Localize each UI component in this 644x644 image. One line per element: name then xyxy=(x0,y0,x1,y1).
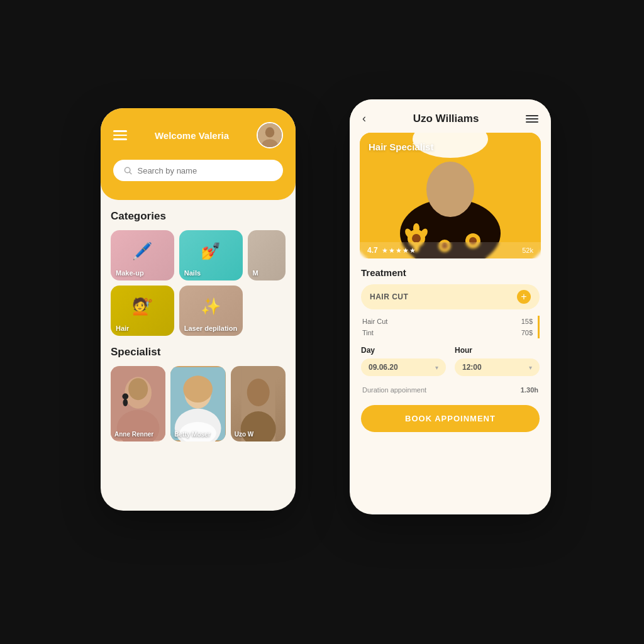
stars: ★ ★ ★ ★ ★ xyxy=(382,247,416,255)
day-picker[interactable]: 09.06.20 ▾ xyxy=(361,358,446,376)
hair-specialist-badge: Hair Specialist xyxy=(369,142,433,152)
price-name-haircut: Hair Cut xyxy=(362,318,387,325)
svg-point-10 xyxy=(123,399,128,406)
specialist-hero: Hair Specialist 4.7 ★ ★ ★ ★ ★ 52k xyxy=(360,133,541,258)
phone2-title: Uzo Williams xyxy=(413,113,479,125)
duration-value: 1.30h xyxy=(521,386,538,394)
day-hour-row: Day 09.06.20 ▾ Hour 12:00 ▾ xyxy=(361,346,540,376)
specialist-betty[interactable]: Betty Moser xyxy=(170,366,225,441)
categories-grid: 🖊️ Make-up 💅 Nails M xyxy=(111,230,286,336)
star-2: ★ xyxy=(389,247,395,255)
search-input[interactable] xyxy=(137,166,273,175)
phone2-header: ‹ Uzo Williams xyxy=(350,99,551,133)
phone1-header: Welcome Valeria xyxy=(101,108,296,200)
svg-point-18 xyxy=(247,379,269,406)
price-name-tint: Tint xyxy=(362,329,374,336)
laser-icon: ✨ xyxy=(186,291,236,322)
svg-point-22 xyxy=(426,162,474,217)
phone1-body: Categories 🖊️ Make-up 💅 Nails xyxy=(101,200,296,441)
hour-value: 12:00 xyxy=(462,363,482,372)
scene: Welcome Valeria Categories xyxy=(0,0,644,644)
treatment-pill-text: HAIR CUT xyxy=(370,292,408,301)
specialist-label-betty: Betty Moser xyxy=(174,431,221,438)
phone2-body: Treatment HAIR CUT + Hair Cut 15$ Tint 7… xyxy=(350,258,551,514)
price-list: Hair Cut 15$ Tint 70$ xyxy=(361,316,540,338)
rating-number: 4.7 xyxy=(367,246,378,255)
price-row-haircut: Hair Cut 15$ xyxy=(362,316,536,327)
makeup-icon: 🖊️ xyxy=(117,235,168,267)
hamburger-icon[interactable] xyxy=(113,130,127,140)
category-laser[interactable]: ✨ Laser depilation xyxy=(179,286,243,336)
specialist-uzo[interactable]: Uzo W xyxy=(231,366,286,441)
treatment-label: Treatment xyxy=(361,267,540,278)
hair-icon: 💇 xyxy=(117,291,168,322)
hour-label: Hour xyxy=(455,346,540,355)
svg-point-9 xyxy=(122,394,128,400)
star-1: ★ xyxy=(382,247,388,255)
category-label-nails: Nails xyxy=(184,269,201,277)
rating-bar: 4.7 ★ ★ ★ ★ ★ 52k xyxy=(360,242,541,258)
day-label: Day xyxy=(361,346,446,355)
day-chevron-icon: ▾ xyxy=(435,364,438,371)
back-button[interactable]: ‹ xyxy=(362,112,366,125)
specialists-title: Specialist xyxy=(111,346,286,358)
hour-picker[interactable]: 12:00 ▾ xyxy=(455,358,540,376)
price-val-tint: 70$ xyxy=(521,329,533,336)
specialist-label-uzo: Uzo W xyxy=(235,431,282,438)
price-val-haircut: 15$ xyxy=(521,318,533,325)
category-partial[interactable]: M xyxy=(248,230,286,280)
search-icon xyxy=(123,165,132,175)
category-hair[interactable]: 💇 Hair xyxy=(111,286,174,336)
category-label-hair: Hair xyxy=(116,325,129,332)
svg-line-4 xyxy=(130,172,131,174)
star-5: ★ xyxy=(409,247,416,255)
category-label-partial: M xyxy=(253,269,258,277)
specialist-label-anne: Anne Renner xyxy=(114,431,162,438)
add-treatment-button[interactable]: + xyxy=(517,290,531,304)
nails-icon: 💅 xyxy=(186,235,236,267)
hour-chevron-icon: ▾ xyxy=(529,364,532,371)
phone1: Welcome Valeria Categories xyxy=(101,108,296,511)
categories-title: Categories xyxy=(111,210,286,223)
svg-point-3 xyxy=(125,167,130,172)
phone2: ‹ Uzo Williams xyxy=(350,99,551,514)
category-label-laser: Laser depilation xyxy=(184,325,237,332)
price-row-tint: Tint 70$ xyxy=(362,327,536,338)
search-bar[interactable] xyxy=(113,160,283,181)
day-block: Day 09.06.20 ▾ xyxy=(361,346,446,376)
svg-point-32 xyxy=(413,223,419,233)
specialist-anne[interactable]: Anne Renner xyxy=(111,366,165,441)
day-value: 09.06.20 xyxy=(369,363,398,372)
duration-label: Duration appoinment xyxy=(362,386,426,394)
svg-point-1 xyxy=(265,127,274,137)
duration-row: Duration appoinment 1.30h xyxy=(361,382,540,397)
specialists-row: Anne Renner Betty Moser xyxy=(111,366,286,441)
reviews-count: 52k xyxy=(522,247,533,254)
treatment-pill[interactable]: HAIR CUT + xyxy=(361,284,540,309)
book-button[interactable]: BOOK APPOINMENT xyxy=(361,405,540,432)
avatar[interactable] xyxy=(257,122,283,148)
svg-point-25 xyxy=(412,234,421,243)
category-label-makeup: Make-up xyxy=(116,269,144,277)
menu-icon[interactable] xyxy=(526,115,538,123)
svg-point-15 xyxy=(184,375,213,402)
welcome-text: Welcome Valeria xyxy=(155,130,229,141)
star-4: ★ xyxy=(402,247,409,255)
category-nails[interactable]: 💅 Nails xyxy=(179,230,243,280)
hour-block: Hour 12:00 ▾ xyxy=(455,346,540,376)
star-3: ★ xyxy=(396,247,402,255)
category-makeup[interactable]: 🖊️ Make-up xyxy=(111,230,174,280)
svg-point-8 xyxy=(128,378,148,400)
